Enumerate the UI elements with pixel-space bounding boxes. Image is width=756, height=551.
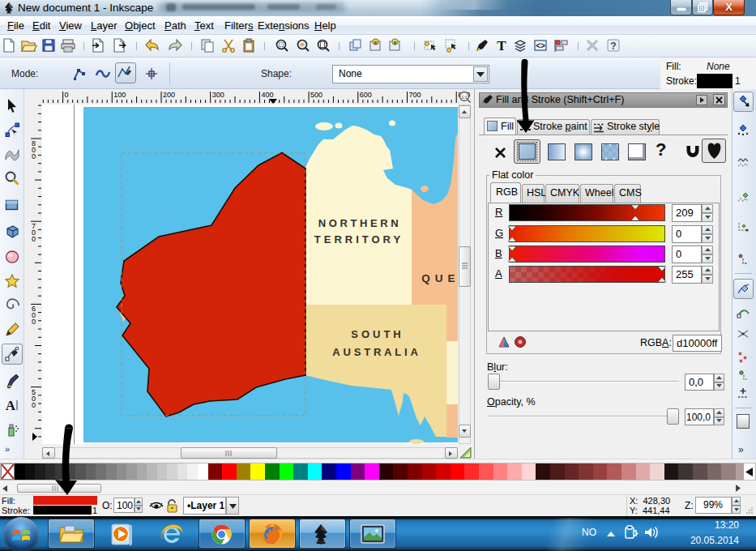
svg-text:<>: <> (536, 41, 545, 50)
svg-text:1:1: 1:1 (461, 95, 468, 100)
svg-text:700: 700 (409, 91, 421, 99)
svg-text:100: 100 (113, 91, 126, 99)
svg-text:0: 0 (32, 318, 36, 326)
svg-text:AUSTRALIA: AUSTRALIA (332, 346, 421, 358)
svg-text:500: 500 (310, 91, 322, 99)
svg-text:600: 600 (360, 91, 372, 99)
svg-text:?: ? (610, 41, 616, 52)
svg-text:A: A (6, 398, 16, 413)
svg-text:400: 400 (261, 91, 273, 99)
svg-text:T: T (497, 38, 506, 53)
svg-text:TERRITORY: TERRITORY (314, 233, 404, 246)
svg-text:200: 200 (163, 91, 175, 99)
svg-text:NORTHERN: NORTHERN (318, 217, 401, 229)
svg-text:300: 300 (212, 91, 224, 99)
svg-text:0: 0 (32, 152, 36, 160)
svg-text:0: 0 (32, 401, 36, 409)
svg-text:QUE: QUE (421, 272, 458, 284)
svg-text:0: 0 (65, 91, 69, 99)
svg-text:SOUTH: SOUTH (351, 328, 404, 340)
svg-text:0: 0 (32, 235, 36, 243)
